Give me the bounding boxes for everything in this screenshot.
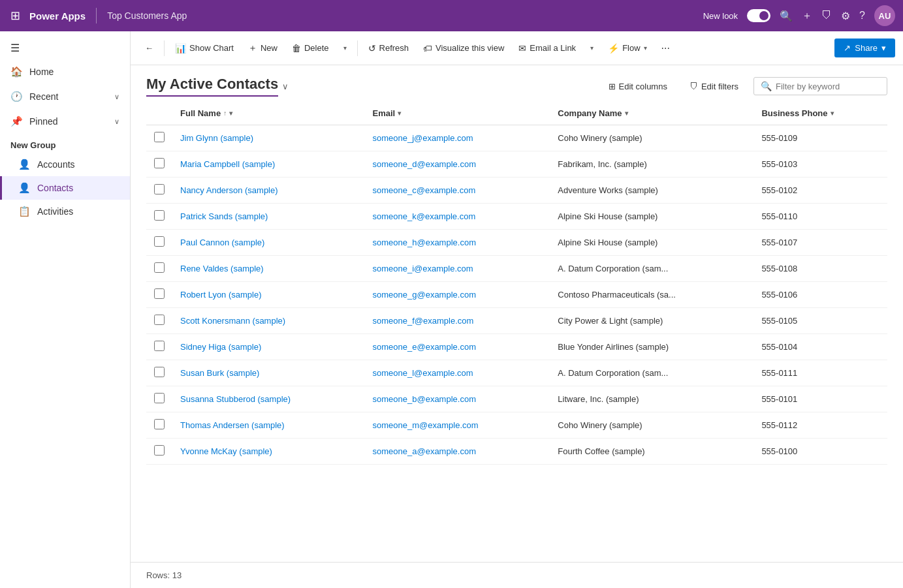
edit-filters-button[interactable]: ⛉ Edit filters [682,77,746,96]
row-checkbox-cell[interactable] [146,360,172,386]
row-checkbox[interactable] [154,341,165,351]
new-button[interactable]: ＋ New [242,39,284,58]
contact-email[interactable]: someone_a@example.com [365,439,550,465]
table-container: Full Name ↑ ▾ Email ▾ [131,102,903,562]
contact-name[interactable]: Sidney Higa (sample) [172,334,365,360]
row-checkbox-cell[interactable] [146,125,172,151]
contact-email[interactable]: someone_h@example.com [365,230,550,256]
new-look-toggle[interactable] [747,9,770,22]
row-checkbox-cell[interactable] [146,230,172,256]
sidebar-item-pinned[interactable]: 📌 Pinned ∨ [0,109,130,134]
pinned-chevron-icon: ∨ [114,117,119,126]
filter-input[interactable] [776,82,880,91]
contact-name[interactable]: Susan Burk (sample) [172,360,365,386]
table-row: Paul Cannon (sample) someone_h@example.c… [146,230,887,256]
email-link-button[interactable]: ✉ Email a Link [512,39,582,57]
contact-email[interactable]: someone_i@example.com [365,256,550,282]
contact-name[interactable]: Paul Cannon (sample) [172,230,365,256]
contact-email[interactable]: someone_l@example.com [365,360,550,386]
contact-name[interactable]: Scott Konersmann (sample) [172,308,365,334]
row-checkbox-cell[interactable] [146,334,172,360]
sidebar: ☰ 🏠 Home 🕐 Recent ∨ 📌 Pinned ∨ New Group… [0,31,131,588]
delete-button[interactable]: 🗑 Delete [285,39,336,57]
contact-email[interactable]: someone_g@example.com [365,282,550,308]
toolbar-divider-1 [164,40,165,56]
show-chart-button[interactable]: 📊 Show Chart [168,39,240,57]
row-checkbox[interactable] [154,132,165,142]
email-dropdown-button[interactable]: ▾ [584,40,600,55]
row-checkbox[interactable] [154,393,165,403]
new-look-label: New look [703,11,738,21]
row-checkbox[interactable] [154,236,165,247]
row-checkbox-cell[interactable] [146,256,172,282]
edit-columns-button[interactable]: ⊞ Edit columns [601,77,674,96]
row-checkbox-cell[interactable] [146,386,172,412]
hamburger-icon[interactable]: ☰ [0,37,130,59]
contact-email[interactable]: someone_k@example.com [365,204,550,230]
row-checkbox[interactable] [154,184,165,194]
col-header-company[interactable]: Company Name ▾ [550,102,753,125]
flow-button[interactable]: ⚡ Flow ▾ [601,39,653,57]
row-checkbox[interactable] [154,210,165,221]
table-footer: Rows: 13 [131,562,903,588]
contact-company: Blue Yonder Airlines (sample) [550,334,753,360]
col-header-name[interactable]: Full Name ↑ ▾ [172,102,365,125]
contact-name[interactable]: Rene Valdes (sample) [172,256,365,282]
row-checkbox[interactable] [154,288,165,299]
row-checkbox-cell[interactable] [146,178,172,204]
sidebar-item-contacts[interactable]: 👤 Contacts [0,176,130,200]
row-checkbox[interactable] [154,419,165,429]
contact-email[interactable]: someone_d@example.com [365,151,550,178]
share-button[interactable]: ↗ Share ▾ [834,39,895,57]
delete-dropdown-button[interactable]: ▾ [337,40,353,55]
table-row: Patrick Sands (sample) someone_k@example… [146,204,887,230]
recent-label: Recent [29,91,58,102]
contact-company: Coho Winery (sample) [550,412,753,439]
sidebar-item-accounts[interactable]: 👤 Accounts [0,153,130,176]
row-checkbox-cell[interactable] [146,308,172,334]
row-checkbox[interactable] [154,445,165,456]
row-checkbox[interactable] [154,315,165,325]
avatar[interactable]: AU [874,5,895,26]
refresh-button[interactable]: ↺ Refresh [362,39,416,57]
visualize-button[interactable]: 🏷 Visualize this view [417,39,511,57]
content-area: ← 📊 Show Chart ＋ New 🗑 Delete ▾ ↺ Refres… [131,31,903,588]
contact-email[interactable]: someone_f@example.com [365,308,550,334]
row-checkbox-cell[interactable] [146,412,172,439]
more-options-button[interactable]: ··· [655,39,676,58]
contact-name[interactable]: Thomas Andersen (sample) [172,412,365,439]
search-icon[interactable]: 🔍 [780,10,793,22]
row-checkbox-cell[interactable] [146,151,172,178]
grid-icon[interactable]: ⊞ [8,6,23,25]
row-checkbox[interactable] [154,367,165,377]
contact-email[interactable]: someone_b@example.com [365,386,550,412]
col-header-phone[interactable]: Business Phone ▾ [753,102,887,125]
plus-icon[interactable]: ＋ [802,9,812,23]
row-checkbox-cell[interactable] [146,439,172,465]
row-checkbox[interactable] [154,262,165,273]
contact-name[interactable]: Jim Glynn (sample) [172,125,365,151]
row-checkbox[interactable] [154,158,165,168]
contact-name[interactable]: Nancy Anderson (sample) [172,178,365,204]
filter-icon[interactable]: ⛉ [821,10,832,22]
sidebar-item-home[interactable]: 🏠 Home [0,59,130,84]
row-checkbox-cell[interactable] [146,282,172,308]
contact-name[interactable]: Yvonne McKay (sample) [172,439,365,465]
col-header-email[interactable]: Email ▾ [365,102,550,125]
table-row: Nancy Anderson (sample) someone_c@exampl… [146,178,887,204]
sidebar-item-recent[interactable]: 🕐 Recent ∨ [0,84,130,109]
contact-name[interactable]: Susanna Stubberod (sample) [172,386,365,412]
back-button[interactable]: ← [138,39,160,57]
sidebar-item-activities[interactable]: 📋 Activities [0,200,130,223]
contact-email[interactable]: someone_e@example.com [365,334,550,360]
contact-email[interactable]: someone_m@example.com [365,412,550,439]
row-checkbox-cell[interactable] [146,204,172,230]
view-title-chevron-icon[interactable]: ∨ [282,82,289,91]
contact-email[interactable]: someone_j@example.com [365,125,550,151]
contact-name[interactable]: Robert Lyon (sample) [172,282,365,308]
help-icon[interactable]: ? [859,10,865,22]
settings-icon[interactable]: ⚙ [841,10,850,22]
contact-name[interactable]: Maria Campbell (sample) [172,151,365,178]
contact-email[interactable]: someone_c@example.com [365,178,550,204]
contact-name[interactable]: Patrick Sands (sample) [172,204,365,230]
